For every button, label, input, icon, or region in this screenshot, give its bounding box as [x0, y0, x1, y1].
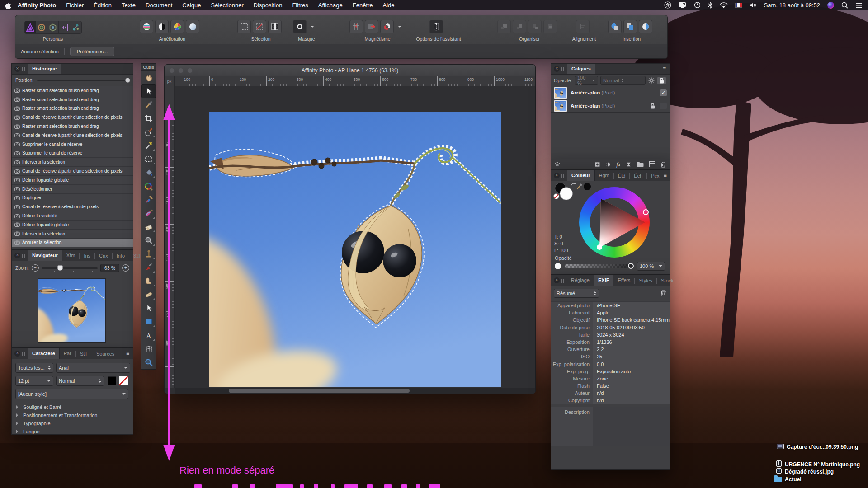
tab-ech[interactable]: Éch — [629, 173, 646, 179]
minimize-window-button[interactable] — [178, 68, 184, 73]
tab-cnx[interactable]: Cnx — [94, 253, 112, 259]
close-panel-icon[interactable]: × — [14, 351, 20, 357]
exif-summary-select[interactable]: Résumé — [554, 289, 599, 298]
layer-row[interactable]: Arrière-plan (Pixel) ✓ — [551, 86, 670, 99]
history-item[interactable]: Annuler la sélection — [12, 239, 133, 248]
foreground-colour-swatch[interactable] — [560, 187, 573, 200]
blemish-removal-tool[interactable] — [141, 288, 156, 301]
accessibility-icon[interactable] — [664, 1, 671, 9]
history-item[interactable]: Canal de réserve à sélection de pixels — [12, 202, 133, 211]
history-item[interactable]: Canal de réserve à partir d'une sélectio… — [12, 113, 133, 122]
character-section-row[interactable]: Typographie — [12, 419, 133, 427]
close-panel-icon[interactable]: × — [554, 173, 560, 178]
tab-effets[interactable]: Effets — [613, 275, 634, 286]
snapping-grid-button[interactable] — [349, 20, 363, 33]
detach-panel-icon[interactable] — [561, 278, 565, 286]
text-style-select[interactable]: [Aucun style] — [15, 389, 128, 399]
history-item[interactable]: Canal de réserve à partir d'une sélectio… — [12, 167, 133, 176]
tab-stock[interactable]: Stock — [656, 278, 678, 284]
text-colour-swatch[interactable] — [108, 376, 116, 385]
desktop-icon-label[interactable]: URGENCE N° Martinique.png — [785, 461, 860, 468]
gradient-tool[interactable] — [141, 179, 156, 193]
tab-calques[interactable]: Calques — [567, 64, 595, 74]
history-item[interactable]: Raster smart selection brush end drag — [12, 104, 133, 113]
crop-tool[interactable] — [141, 112, 156, 125]
marquee-select-tool[interactable] — [141, 152, 156, 166]
tab-sources[interactable]: Sources — [92, 351, 118, 357]
tone-mapping-persona-button[interactable] — [59, 21, 70, 33]
auto-white-balance-button[interactable] — [186, 20, 199, 33]
navigator-thumbnail[interactable] — [38, 278, 106, 343]
rectangle-tool[interactable] — [141, 315, 156, 328]
dodge-brush-tool[interactable] — [141, 234, 156, 247]
develop-persona-button[interactable] — [47, 21, 59, 33]
photo-persona-button[interactable] — [25, 21, 36, 33]
history-item[interactable]: Raster smart selection brush end drag — [12, 122, 133, 131]
tab-info[interactable]: Info — [112, 253, 129, 259]
text-stroke-swatch[interactable] — [119, 376, 128, 385]
layer-visibility-checkbox[interactable] — [660, 103, 667, 109]
zoom-out-button[interactable]: − — [32, 264, 39, 272]
history-item[interactable]: Désélectionner — [12, 185, 133, 194]
colour-opacity-select[interactable]: 100 % — [637, 262, 665, 271]
history-item[interactable]: Supprimer le canal de réserve — [12, 149, 133, 158]
menu-app-name[interactable]: Affinity Photo — [18, 2, 56, 9]
pattern-icon[interactable] — [649, 161, 655, 167]
tab-hgm[interactable]: Hgm — [595, 170, 613, 181]
layer-opacity-select[interactable]: 100 % — [575, 76, 598, 85]
auto-levels-button[interactable] — [140, 20, 153, 33]
character-section-row[interactable]: Souligné et Barré — [12, 403, 133, 411]
auto-colour-button[interactable] — [170, 20, 184, 33]
menu-item[interactable]: Document — [146, 2, 172, 9]
wifi-icon[interactable] — [720, 2, 728, 8]
live-filter-icon[interactable] — [627, 161, 631, 168]
history-item[interactable]: Canal de réserve à partir d'une sélectio… — [12, 131, 133, 140]
colour-picker-tool[interactable] — [141, 98, 156, 112]
snapping-magnet-button[interactable] — [380, 20, 394, 33]
notification-center-icon[interactable] — [855, 2, 863, 8]
no-colour-swatch[interactable] — [553, 193, 559, 199]
panel-menu-icon[interactable]: ≡ — [126, 348, 133, 359]
history-item[interactable]: Intervertir la sélection — [12, 230, 133, 239]
desktop-file-icon[interactable] — [777, 444, 784, 449]
deselect-button[interactable] — [253, 20, 266, 33]
mask-icon[interactable] — [595, 161, 600, 168]
group-folder-icon[interactable] — [637, 162, 644, 167]
flood-select-tool[interactable] — [141, 139, 156, 152]
input-language-flag-icon[interactable] — [735, 3, 742, 8]
tab-caractere[interactable]: Caractère — [28, 348, 60, 359]
siri-icon[interactable] — [827, 2, 834, 9]
history-item[interactable]: Raster smart selection brush end drag — [12, 86, 133, 95]
photo-image[interactable] — [209, 112, 501, 387]
menu-item[interactable]: Sélectionner — [211, 2, 244, 9]
display-icon[interactable] — [679, 2, 686, 8]
position-slider-knob[interactable] — [125, 78, 130, 83]
lock-layer-button[interactable] — [657, 77, 666, 84]
layers-stack-icon[interactable] — [555, 161, 560, 168]
menu-item[interactable]: Calque — [182, 2, 201, 9]
desktop-icon-label[interactable]: Actuel — [785, 476, 802, 483]
hue-marker[interactable] — [643, 209, 649, 215]
menu-item[interactable]: Fichier — [66, 2, 84, 9]
swap-colours-icon[interactable] — [570, 182, 576, 188]
clone-stamp-tool[interactable] — [141, 247, 156, 261]
move-forward-button[interactable] — [513, 20, 526, 33]
menu-item[interactable]: Édition — [94, 2, 112, 9]
desktop-icon-label[interactable]: Dégradé réussi.jpg — [785, 469, 834, 475]
menu-item[interactable]: Filtres — [292, 2, 308, 9]
tab-navigateur[interactable]: Navigateur — [28, 250, 62, 261]
document-canvas[interactable] — [175, 86, 535, 388]
view-tool[interactable] — [141, 71, 156, 84]
move-backward-button[interactable] — [528, 20, 542, 33]
menu-item[interactable]: Aide — [383, 2, 395, 9]
zoom-window-button[interactable] — [187, 68, 193, 73]
tab-stt[interactable]: StT — [75, 351, 92, 357]
desktop-folder-icon[interactable] — [774, 477, 782, 482]
history-item[interactable]: Raster smart selection brush end drag — [12, 95, 133, 104]
layer-row[interactable]: Arrière-plan (Pixel) — [551, 99, 670, 113]
assistant-options-button[interactable] — [429, 20, 443, 33]
detach-panel-icon[interactable] — [22, 67, 26, 74]
close-panel-icon[interactable]: × — [554, 277, 560, 283]
menu-item[interactable]: Affichage — [318, 2, 343, 9]
zoom-slider-knob[interactable] — [57, 265, 63, 271]
